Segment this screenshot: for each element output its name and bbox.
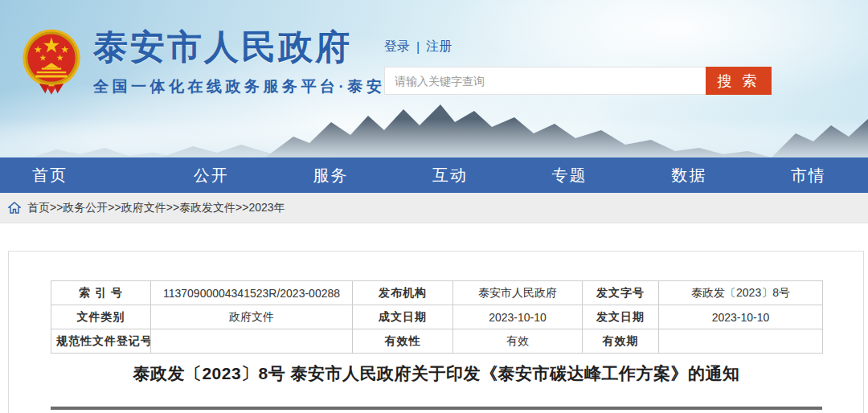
document-title: 泰政发〔2023〕8号 泰安市人民政府关于印发《泰安市碳达峰工作方案》的通知 <box>51 362 822 385</box>
auth-links: 登录 | 注册 <box>384 39 772 55</box>
breadcrumb-trail[interactable]: 首页>>政务公开>>政府文件>>泰政发文件>>2023年 <box>27 201 285 215</box>
document-card: 索 引 号 11370900004341523R/2023-00288 发布机构… <box>8 251 864 413</box>
reg-number-label: 规范性文件登记号 <box>51 329 151 354</box>
content-area: 索 引 号 11370900004341523R/2023-00288 发布机构… <box>0 223 868 413</box>
issuing-org-value: 泰安市人民政府 <box>453 281 583 305</box>
table-row: 索 引 号 11370900004341523R/2023-00288 发布机构… <box>51 281 823 305</box>
doc-number-label: 发文字号 <box>583 281 659 305</box>
login-link[interactable]: 登录 <box>384 39 410 55</box>
issue-date-value: 2023-10-10 <box>659 305 823 329</box>
valid-period-value <box>659 329 823 354</box>
validity-value: 有效 <box>453 329 583 354</box>
issuing-org-label: 发布机构 <box>353 281 453 305</box>
site-brand[interactable]: 泰安市人民政府 全国一体化在线政务服务平台·泰安 <box>21 27 385 97</box>
home-icon[interactable] <box>8 202 21 214</box>
valid-period-label: 有效期 <box>583 329 659 354</box>
issue-date-label: 发文日期 <box>583 305 659 329</box>
nav-item-services[interactable]: 服务 <box>271 157 391 193</box>
search-input[interactable] <box>384 67 706 95</box>
nav-item-interact[interactable]: 互动 <box>391 157 510 193</box>
site-title: 泰安市人民政府 <box>93 27 385 67</box>
table-row: 规范性文件登记号 有效性 有效 有效期 <box>51 329 823 354</box>
search-bar: 搜 索 <box>384 67 772 95</box>
brand-text: 泰安市人民政府 全国一体化在线政务服务平台·泰安 <box>93 27 385 97</box>
index-number-label: 索 引 号 <box>51 281 151 305</box>
written-date-label: 成文日期 <box>353 305 453 329</box>
doc-number-value: 泰政发〔2023〕8号 <box>659 281 823 305</box>
written-date-value: 2023-10-10 <box>453 305 583 329</box>
breadcrumb: 首页>>政务公开>>政府文件>>泰政发文件>>2023年 <box>0 193 868 223</box>
search-button[interactable]: 搜 索 <box>706 67 772 95</box>
nav-item-home[interactable]: 首页 <box>0 157 152 193</box>
page: 泰安市人民政府 全国一体化在线政务服务平台·泰安 登录 | 注册 搜 索 首页 … <box>0 0 868 413</box>
auth-separator: | <box>416 40 420 55</box>
doc-info-table: 索 引 号 11370900004341523R/2023-00288 发布机构… <box>51 280 823 354</box>
index-number-value: 11370900004341523R/2023-00288 <box>151 281 353 305</box>
nav-item-public[interactable]: 公开 <box>152 157 272 193</box>
site-header: 泰安市人民政府 全国一体化在线政务服务平台·泰安 登录 | 注册 搜 索 <box>0 0 868 157</box>
site-tagline: 全国一体化在线政务服务平台·泰安 <box>93 76 385 97</box>
nav-item-topics[interactable]: 专题 <box>510 157 629 193</box>
document-divider <box>51 407 822 410</box>
nav-item-cityinfo[interactable]: 市情 <box>748 157 868 193</box>
doc-category-value: 政府文件 <box>151 305 353 329</box>
national-emblem-logo <box>21 27 82 95</box>
header-right: 登录 | 注册 搜 索 <box>384 39 772 95</box>
reg-number-value <box>151 329 353 354</box>
register-link[interactable]: 注册 <box>426 39 452 55</box>
nav-item-data[interactable]: 数据 <box>629 157 749 193</box>
table-row: 文件类别 政府文件 成文日期 2023-10-10 发文日期 2023-10-1… <box>51 305 823 329</box>
doc-category-label: 文件类别 <box>51 305 151 329</box>
main-nav: 首页 公开 服务 互动 专题 数据 市情 <box>0 157 868 193</box>
validity-label: 有效性 <box>353 329 453 354</box>
mountain-banner-image <box>0 95 868 157</box>
